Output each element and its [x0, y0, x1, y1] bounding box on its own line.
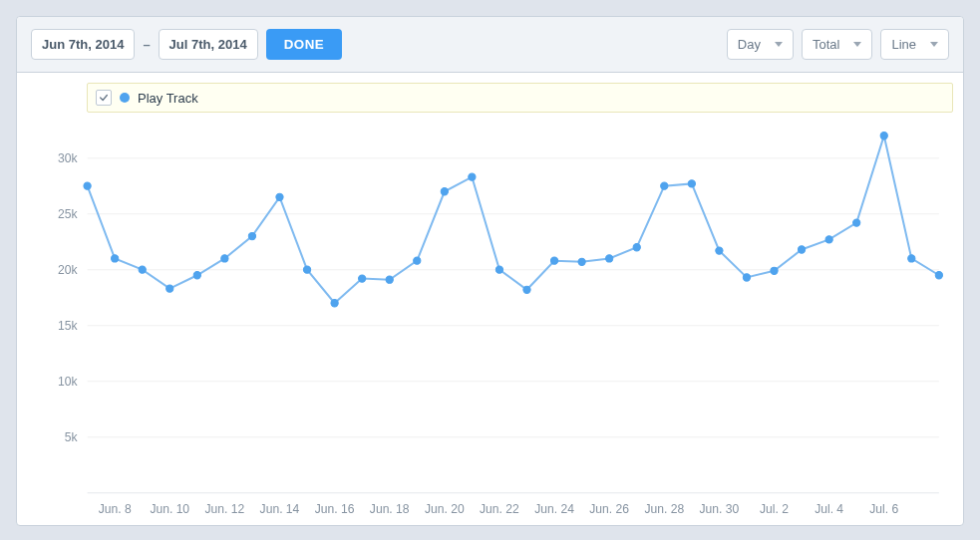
done-button[interactable]: DONE: [266, 29, 343, 60]
svg-point-53: [771, 267, 778, 274]
svg-text:Jul. 2: Jul. 2: [760, 502, 789, 516]
chevron-down-icon: [775, 42, 783, 47]
chart-type-select[interactable]: Line: [880, 29, 949, 60]
checkmark-icon: [99, 93, 109, 103]
svg-point-36: [303, 266, 310, 273]
svg-text:Jun. 18: Jun. 18: [370, 502, 410, 516]
svg-point-45: [550, 257, 557, 264]
svg-point-55: [825, 236, 832, 243]
svg-point-59: [935, 272, 942, 279]
svg-text:Jun. 12: Jun. 12: [205, 502, 245, 516]
svg-point-42: [469, 173, 476, 180]
svg-point-37: [331, 300, 338, 307]
svg-text:15k: 15k: [58, 319, 78, 333]
svg-point-28: [84, 182, 91, 189]
svg-point-31: [166, 285, 173, 292]
date-range-separator: –: [143, 37, 150, 52]
svg-point-29: [112, 255, 119, 262]
svg-point-43: [495, 266, 502, 273]
svg-point-39: [386, 276, 393, 283]
aggregation-select[interactable]: Total: [802, 29, 872, 60]
svg-point-35: [276, 193, 283, 200]
svg-text:25k: 25k: [58, 207, 78, 221]
legend-swatch: [120, 93, 130, 103]
svg-text:Jun. 10: Jun. 10: [150, 502, 189, 516]
svg-point-48: [633, 244, 640, 251]
granularity-select-value: Day: [738, 37, 761, 52]
svg-point-52: [743, 274, 750, 281]
svg-point-30: [139, 266, 146, 273]
svg-text:Jun. 16: Jun. 16: [315, 502, 355, 516]
svg-point-58: [908, 255, 915, 262]
svg-point-51: [716, 247, 723, 254]
svg-text:Jun. 24: Jun. 24: [534, 502, 574, 516]
svg-point-46: [578, 258, 585, 265]
svg-text:5k: 5k: [65, 430, 79, 444]
svg-point-56: [853, 219, 860, 226]
chart-panel: Jun 7th, 2014 – Jul 7th, 2014 DONE Day T…: [16, 16, 964, 526]
svg-text:Jun. 30: Jun. 30: [700, 502, 740, 516]
chart-plot: 5k10k15k20k25k30kJun. 8Jun. 10Jun. 12Jun…: [27, 119, 953, 521]
svg-text:Jul. 4: Jul. 4: [815, 502, 843, 516]
date-start-picker[interactable]: Jun 7th, 2014: [31, 29, 135, 60]
legend-checkbox[interactable]: [96, 90, 112, 106]
svg-point-32: [193, 272, 200, 279]
svg-text:Jun. 8: Jun. 8: [99, 502, 132, 516]
toolbar: Jun 7th, 2014 – Jul 7th, 2014 DONE Day T…: [17, 17, 963, 73]
svg-text:20k: 20k: [58, 263, 78, 277]
chart-legend: Play Track: [87, 83, 953, 113]
svg-text:Jun. 28: Jun. 28: [644, 502, 684, 516]
svg-text:Jun. 22: Jun. 22: [480, 502, 519, 516]
legend-series-label: Play Track: [138, 91, 198, 106]
granularity-select[interactable]: Day: [727, 29, 794, 60]
aggregation-select-value: Total: [813, 37, 839, 52]
svg-point-41: [441, 188, 448, 195]
svg-text:Jun. 26: Jun. 26: [589, 502, 629, 516]
svg-point-50: [688, 180, 695, 187]
svg-point-47: [606, 255, 613, 262]
svg-text:Jun. 20: Jun. 20: [425, 502, 465, 516]
date-end-picker[interactable]: Jul 7th, 2014: [159, 29, 258, 60]
svg-text:Jun. 14: Jun. 14: [260, 502, 300, 516]
svg-point-57: [880, 133, 887, 139]
svg-point-54: [798, 246, 805, 253]
svg-text:Jul. 6: Jul. 6: [869, 502, 898, 516]
svg-point-40: [414, 257, 421, 264]
chevron-down-icon: [853, 42, 861, 47]
svg-point-49: [661, 182, 668, 189]
svg-text:10k: 10k: [58, 375, 78, 389]
svg-point-33: [221, 255, 228, 262]
chevron-down-icon: [930, 42, 938, 47]
svg-point-38: [359, 275, 366, 282]
svg-text:30k: 30k: [58, 151, 78, 165]
chart-type-select-value: Line: [891, 37, 916, 52]
svg-point-44: [523, 286, 530, 293]
svg-point-34: [248, 232, 255, 239]
